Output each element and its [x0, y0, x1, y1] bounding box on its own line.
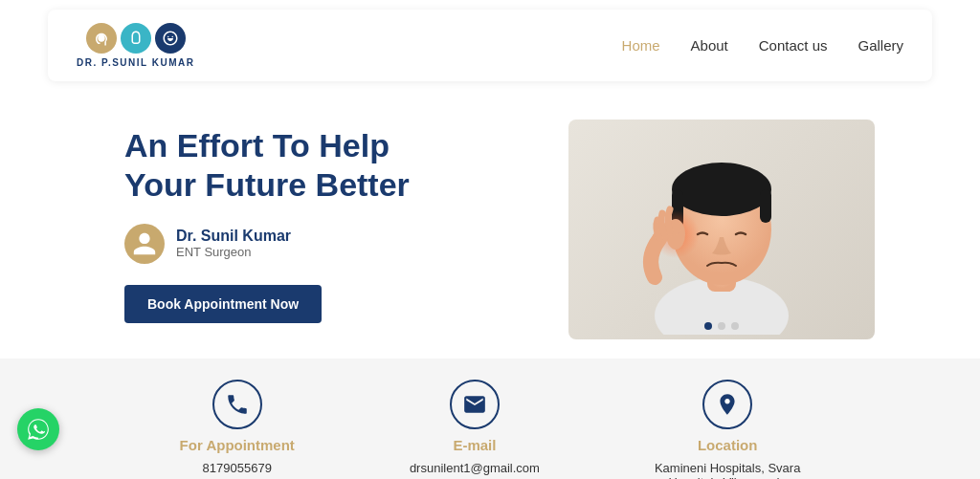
svg-point-8 — [725, 400, 729, 403]
nav-home[interactable]: Home — [622, 37, 660, 54]
footer-item-phone: For Appointment 8179055679 — [180, 380, 295, 479]
nav-gallery[interactable]: Gallery — [858, 37, 903, 54]
location-icon — [702, 380, 752, 429]
footer-email-label: E-mail — [453, 437, 496, 453]
hero-content: An Effort To Help Your Future Better Dr.… — [124, 126, 559, 323]
nav-about-link[interactable]: About — [691, 37, 728, 54]
email-icon — [450, 380, 500, 429]
nav-links: Home About Contact us Gallery — [622, 37, 903, 54]
nav-home-link[interactable]: Home — [622, 37, 660, 54]
footer-item-location: Location Kamineni Hospitals, SvaraHospit… — [655, 380, 800, 479]
nose-icon — [121, 23, 151, 54]
svg-point-3 — [672, 163, 771, 216]
logo: DR. P.SUNIL KUMAR — [77, 23, 194, 68]
hero-image — [559, 110, 884, 339]
footer-location-label: Location — [698, 437, 758, 453]
doctor-specialty: ENT Surgeon — [176, 245, 291, 259]
navbar: DR. P.SUNIL KUMAR Home About Contact us … — [48, 10, 932, 81]
ear-icon — [86, 23, 117, 54]
carousel-dots — [704, 322, 739, 330]
nav-about[interactable]: About — [691, 37, 728, 54]
carousel-dot-1[interactable] — [704, 322, 712, 330]
svg-rect-5 — [760, 189, 771, 223]
footer-email-value: drsunilent1@gmail.com — [410, 461, 540, 475]
footer-phone-label: For Appointment — [180, 437, 295, 453]
avatar — [124, 224, 165, 264]
footer-strip: For Appointment 8179055679 E-mail drsuni… — [0, 359, 980, 479]
logo-icons — [86, 23, 186, 54]
hero-illustration — [597, 124, 846, 335]
carousel-dot-3[interactable] — [731, 322, 739, 330]
book-appointment-button[interactable]: Book Appointment Now — [124, 285, 322, 323]
hero-image-placeholder — [568, 120, 875, 339]
hero-section: An Effort To Help Your Future Better Dr.… — [0, 91, 980, 349]
hero-title: An Effort To Help Your Future Better — [124, 126, 559, 205]
footer-phone-value: 8179055679 — [203, 461, 272, 475]
logo-name: DR. P.SUNIL KUMAR — [77, 57, 194, 68]
whatsapp-fab[interactable] — [17, 408, 59, 450]
carousel-dot-2[interactable] — [718, 322, 725, 330]
doctor-details: Dr. Sunil Kumar ENT Surgeon — [176, 228, 291, 259]
nav-gallery-link[interactable]: Gallery — [858, 37, 903, 54]
phone-icon — [212, 380, 262, 429]
nav-contact-link[interactable]: Contact us — [759, 37, 828, 54]
face-icon — [155, 23, 186, 54]
footer-location-value: Kamineni Hospitals, SvaraHospitals Vijay… — [655, 461, 800, 479]
doctor-info: Dr. Sunil Kumar ENT Surgeon — [124, 224, 559, 264]
nav-contact[interactable]: Contact us — [759, 37, 828, 54]
footer-item-email: E-mail drsunilent1@gmail.com — [410, 380, 540, 479]
doctor-name: Dr. Sunil Kumar — [176, 228, 291, 245]
